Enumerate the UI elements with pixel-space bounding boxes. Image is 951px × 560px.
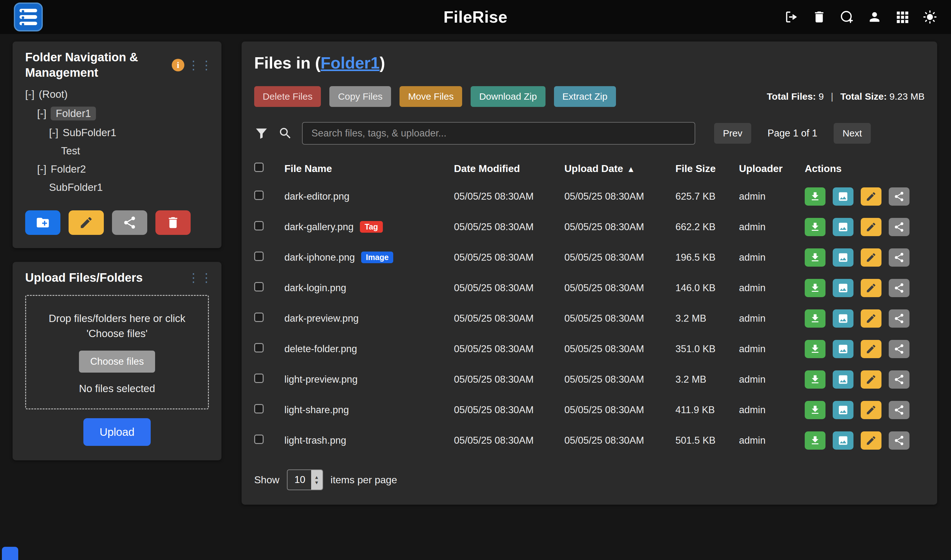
trash-icon[interactable] [812,10,826,24]
row-checkbox[interactable] [254,404,264,414]
share-file-button[interactable] [889,401,909,419]
preview-file-button[interactable] [833,279,854,297]
create-folder-button[interactable] [25,210,60,235]
theme-toggle-icon[interactable] [923,10,937,24]
tree-label[interactable]: Test [61,145,80,157]
rename-file-button[interactable] [861,248,882,267]
file-name[interactable]: light-trash.png [284,435,346,446]
app-logo-icon[interactable] [14,3,43,31]
preview-file-button[interactable] [833,309,854,328]
tree-item-folder1[interactable]: [-]Folder1 [25,106,209,120]
download-file-button[interactable] [805,188,826,206]
rename-folder-button[interactable] [69,210,104,235]
tree-label[interactable]: SubFolder1 [49,182,103,193]
file-name[interactable]: light-share.png [284,405,349,416]
number-spinner-icon[interactable]: ▲▼ [311,470,322,489]
rename-file-button[interactable] [861,309,882,328]
header-uploader[interactable]: Uploader [739,163,805,174]
share-file-button[interactable] [889,279,909,297]
rename-file-button[interactable] [861,218,882,236]
tree-label[interactable]: Folder2 [51,163,86,175]
tree-toggle-icon[interactable]: [-] [49,127,58,138]
download-file-button[interactable] [805,371,826,389]
upload-button[interactable]: Upload [83,418,151,446]
header-file-size[interactable]: File Size [675,163,739,174]
rename-file-button[interactable] [861,371,882,389]
row-checkbox[interactable] [254,282,264,291]
download-file-button[interactable] [805,218,826,236]
row-checkbox[interactable] [254,221,264,231]
rename-file-button[interactable] [861,401,882,419]
row-checkbox[interactable] [254,191,264,200]
download-file-button[interactable] [805,401,826,419]
share-file-button[interactable] [889,431,909,450]
preview-file-button[interactable] [833,371,854,389]
tree-item-folder2[interactable]: [-]Folder2 [25,163,209,175]
tree-item-subfolder1[interactable]: [-]SubFolder1 [25,127,209,138]
preview-file-button[interactable] [833,431,854,450]
delete-files-button[interactable]: Delete Files [254,86,321,107]
tree-item-subfolder1[interactable]: SubFolder1 [25,182,209,193]
next-page-button[interactable]: Next [834,123,871,144]
row-checkbox[interactable] [254,343,264,352]
file-name[interactable]: delete-folder.png [284,343,357,355]
rename-file-button[interactable] [861,340,882,358]
tree-label[interactable]: (Root) [39,88,68,100]
drag-handle-icon[interactable]: ⋮⋮ [188,272,213,284]
tree-item-test[interactable]: Test [25,145,209,157]
filter-icon[interactable] [254,126,269,140]
items-per-page-input[interactable]: 10 ▲▼ [287,469,323,490]
row-checkbox[interactable] [254,252,264,261]
extract-zip-button[interactable]: Extract Zip [554,86,616,107]
select-all-checkbox[interactable] [254,163,264,172]
download-file-button[interactable] [805,340,826,358]
tree-label[interactable]: SubFolder1 [63,127,116,138]
share-file-button[interactable] [889,309,909,328]
circle-plus-icon[interactable] [840,10,854,24]
search-icon[interactable] [278,126,293,140]
tree-toggle-icon[interactable]: [-] [37,163,46,175]
preview-file-button[interactable] [833,218,854,236]
download-file-button[interactable] [805,248,826,267]
row-checkbox[interactable] [254,312,264,322]
download-file-button[interactable] [805,431,826,450]
delete-folder-button[interactable] [156,210,191,235]
file-name[interactable]: dark-iphone.png [284,252,355,263]
share-file-button[interactable] [889,218,909,236]
header-file-name[interactable]: File Name [284,163,454,174]
file-name[interactable]: dark-login.png [284,282,346,294]
file-name[interactable]: dark-gallery.png [284,222,354,233]
file-name[interactable]: dark-preview.png [284,313,359,324]
tree-toggle-icon[interactable]: [-] [37,108,46,120]
preview-file-button[interactable] [833,340,854,358]
dropzone[interactable]: Drop files/folders here or click 'Choose… [25,295,209,409]
logout-icon[interactable] [784,10,799,24]
download-file-button[interactable] [805,309,826,328]
preview-file-button[interactable] [833,401,854,419]
share-file-button[interactable] [889,188,909,206]
download-file-button[interactable] [805,279,826,297]
file-name[interactable]: light-preview.png [284,374,358,385]
tree-item-root[interactable]: [-](Root) [25,88,209,100]
file-name[interactable]: dark-editor.png [284,191,350,202]
rename-file-button[interactable] [861,279,882,297]
share-file-button[interactable] [889,371,909,389]
choose-files-button[interactable]: Choose files [79,351,156,372]
row-checkbox[interactable] [254,435,264,444]
header-upload-date[interactable]: Upload Date▲ [564,163,675,174]
download-zip-button[interactable]: Download Zip [471,86,545,107]
rename-file-button[interactable] [861,431,882,450]
search-input[interactable] [302,122,695,145]
prev-page-button[interactable]: Prev [714,123,751,144]
preview-file-button[interactable] [833,188,854,206]
drag-handle-icon[interactable]: ⋮⋮ [188,59,213,71]
share-folder-button[interactable] [112,210,147,235]
rename-file-button[interactable] [861,188,882,206]
preview-file-button[interactable] [833,248,854,267]
copy-files-button[interactable]: Copy Files [329,86,391,107]
folder-link[interactable]: Folder1 [321,54,380,72]
tree-label[interactable]: Folder1 [51,106,96,120]
info-icon[interactable]: i [172,59,184,71]
share-file-button[interactable] [889,248,909,267]
profile-icon[interactable] [867,10,882,24]
